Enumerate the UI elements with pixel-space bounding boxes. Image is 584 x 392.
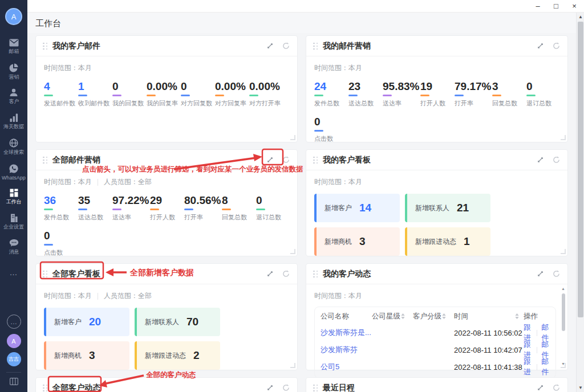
kanban-tile-new-followups: 新增跟进动态1 xyxy=(405,227,490,256)
expand-icon[interactable] xyxy=(264,154,275,166)
refresh-icon[interactable] xyxy=(280,154,291,166)
divider xyxy=(537,330,537,336)
stats-row: 24发件总数 23送达总数 95.83%送达率 19打开人数 79.17%打开率… xyxy=(314,80,561,108)
tile-label: 新增联系人 xyxy=(145,317,179,327)
stat-value: 8 xyxy=(222,194,254,207)
refresh-icon[interactable] xyxy=(280,40,291,52)
card-title: 我的客户邮件 xyxy=(52,41,100,51)
minimize-button[interactable]: – xyxy=(533,1,543,11)
refresh-icon[interactable] xyxy=(550,40,562,52)
follow-up-link[interactable]: 跟进 xyxy=(524,357,532,377)
user-avatar[interactable]: A xyxy=(5,8,22,25)
time-range: 时间范围：本月 xyxy=(314,63,362,73)
expand-icon[interactable] xyxy=(534,40,546,52)
tile-value: 3 xyxy=(359,235,366,248)
sidebar-item-label: 消息 xyxy=(9,248,19,255)
more-circle-icon[interactable]: … xyxy=(7,315,21,329)
expand-icon[interactable] xyxy=(264,382,275,392)
expand-icon[interactable] xyxy=(534,268,546,280)
maximize-button[interactable]: □ xyxy=(551,1,561,11)
scroll-up-icon[interactable]: ▲ xyxy=(577,14,584,19)
stat-label: 送达总数 xyxy=(78,213,110,222)
sort-icon[interactable] xyxy=(442,313,446,319)
expand-icon[interactable] xyxy=(534,154,546,166)
sidebar-nav: 邮箱 营销 客户 海关数据 全球搜索 WhatsApp 工作台 企业设置 xyxy=(0,34,27,285)
stat-underline xyxy=(78,209,87,210)
sidebar-item-global-search[interactable]: 全球搜索 xyxy=(0,134,27,160)
tile-label: 新增跟进动态 xyxy=(415,237,456,247)
stats-row: 36发件总数 35送达总数 97.22%送达率 29打开人数 80.56%打开率… xyxy=(44,194,290,222)
sidebar-item-whatsapp[interactable]: WhatsApp xyxy=(0,160,27,185)
refresh-icon[interactable] xyxy=(280,382,291,392)
sidebar-item-more[interactable]: … xyxy=(0,260,27,285)
refresh-icon[interactable] xyxy=(280,268,291,280)
drag-handle-icon[interactable] xyxy=(43,43,47,50)
drag-handle-icon[interactable] xyxy=(43,157,47,164)
drag-handle-icon[interactable] xyxy=(313,157,318,164)
sidebar-item-marketing[interactable]: 营销 xyxy=(0,59,27,84)
expand-icon[interactable] xyxy=(264,268,275,280)
close-button[interactable]: × xyxy=(569,1,579,11)
sort-icon[interactable] xyxy=(401,313,405,319)
company-link[interactable]: 沙发斯蒂芬是... xyxy=(321,328,371,338)
refresh-icon[interactable] xyxy=(550,268,562,280)
stat-label: 送达率 xyxy=(383,99,418,108)
scrollbar-thumb[interactable] xyxy=(562,293,565,331)
drag-handle-icon[interactable] xyxy=(313,385,318,391)
stat-underline xyxy=(314,95,323,96)
card-all-customer-kanban: 全部客户看板 时间范围：本月 人员范围：全部 新增客户20 新增联系人70 新增… xyxy=(35,263,298,370)
col-header-time[interactable]: 时间 xyxy=(454,312,524,321)
card-scrollbar[interactable]: ▲ ▼ xyxy=(561,287,566,366)
drag-handle-icon[interactable] xyxy=(43,271,47,277)
sidebar-item-label: 海关数据 xyxy=(3,123,24,130)
sidebar-item-label: 客户 xyxy=(9,98,19,105)
scroll-up-icon[interactable]: ▲ xyxy=(561,287,566,291)
globe-icon xyxy=(9,138,18,148)
expand-icon[interactable] xyxy=(534,382,546,392)
account-avatar-a[interactable]: A xyxy=(7,334,21,348)
company-link[interactable]: 公司5 xyxy=(321,362,339,372)
sidebar-item-messages[interactable]: 消息 xyxy=(0,235,27,260)
scroll-down-icon[interactable]: ▼ xyxy=(561,362,566,366)
account-avatar-jiyan[interactable]: 吉吉 xyxy=(7,352,21,366)
sidebar-item-workbench[interactable]: 工作台 xyxy=(0,185,27,210)
company-link[interactable]: 沙发斯蒂芬 xyxy=(321,345,358,355)
refresh-icon[interactable] xyxy=(550,382,562,392)
kanban-tile-new-customers: 新增客户14 xyxy=(314,194,400,222)
table-row: 沙发斯蒂芬 2022-08-11 10:42:07 跟进邮件 xyxy=(315,341,555,358)
stat-value: 0 xyxy=(181,80,213,93)
sidebar-item-enterprise-settings[interactable]: 企业设置 xyxy=(0,210,27,235)
stat: 97.22%送达率 xyxy=(112,194,148,222)
stat-label: 发送邮件数 xyxy=(44,99,76,108)
stat: 4发送邮件数 xyxy=(44,80,76,108)
sidebar-item-mailbox[interactable]: 邮箱 xyxy=(0,34,27,59)
page-scrollbar[interactable]: ▲ ▼ xyxy=(576,13,584,392)
sidebar-item-customers[interactable]: 客户 xyxy=(0,84,27,109)
sidebar-item-label: 全球搜索 xyxy=(3,149,24,156)
scrollbar-thumb[interactable] xyxy=(578,22,583,317)
sidebar-item-customs-data[interactable]: 海关数据 xyxy=(0,109,27,134)
email-link[interactable]: 邮件 xyxy=(541,357,550,377)
card-title: 最近日程 xyxy=(323,383,355,392)
tile-value: 70 xyxy=(186,316,198,328)
tile-label: 新增商机 xyxy=(54,351,82,361)
stat-value: 0 xyxy=(256,194,288,207)
drag-handle-icon[interactable] xyxy=(313,43,318,50)
scroll-down-icon[interactable]: ▼ xyxy=(577,385,584,390)
drag-handle-icon[interactable] xyxy=(43,385,47,391)
drag-handle-icon[interactable] xyxy=(313,271,318,277)
refresh-icon[interactable] xyxy=(550,154,562,166)
table-header-row: 公司名称 公司星级 客户分级 时间 操作 xyxy=(315,308,555,324)
kanban-tile-new-contacts: 新增联系人70 xyxy=(135,308,220,336)
stat-value: 0.00% xyxy=(215,80,247,93)
col-header-actions: 操作 xyxy=(524,312,550,321)
stat-underline xyxy=(420,95,429,96)
col-header-company-star[interactable]: 公司星级 xyxy=(372,312,413,321)
col-header-customer-grade[interactable]: 客户分级 xyxy=(413,312,454,321)
stat-underline xyxy=(526,95,536,96)
panel-grid-icon[interactable] xyxy=(10,377,18,387)
expand-icon[interactable] xyxy=(264,40,275,52)
time-range: 时间范围：本月 xyxy=(44,177,92,187)
sort-icon[interactable] xyxy=(515,313,519,319)
pie-chart-icon xyxy=(9,63,18,72)
